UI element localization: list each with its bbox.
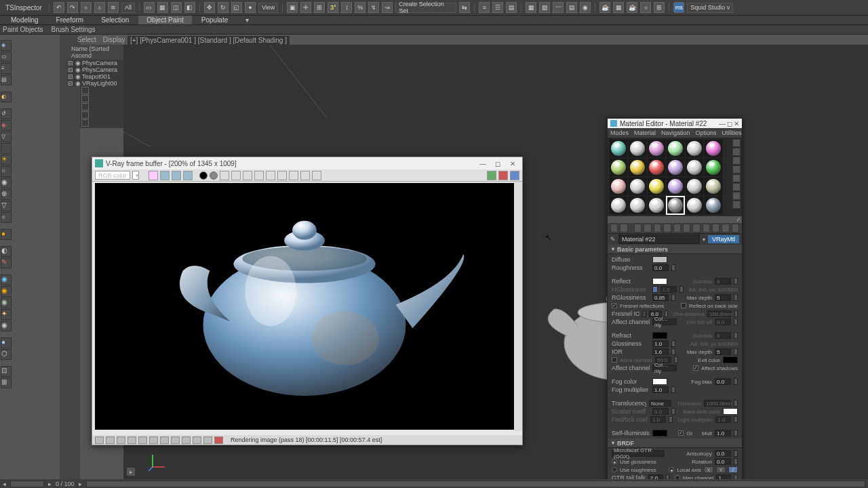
spinner-icon[interactable] xyxy=(734,294,738,301)
move-icon[interactable]: ✥ xyxy=(204,2,215,13)
axis-center-icon[interactable]: ✛ xyxy=(300,2,311,13)
tool-icon[interactable]: ◉ xyxy=(1,286,12,297)
vfb-link-icon[interactable] xyxy=(300,171,310,180)
select-icon[interactable]: ▭ xyxy=(144,2,155,13)
tool-icon[interactable]: ⟐ xyxy=(1,212,12,223)
spinner-icon[interactable] xyxy=(734,319,738,325)
vfb-clear-icon[interactable] xyxy=(243,171,252,180)
vfb-cc-icon[interactable] xyxy=(312,171,321,180)
layer-icon[interactable]: ▦ xyxy=(526,2,536,13)
spinner-icon[interactable] xyxy=(671,408,675,415)
spinner-icon[interactable] xyxy=(679,286,684,293)
tool-icon[interactable]: ↺ xyxy=(1,108,12,119)
tool-icon[interactable]: ✦ xyxy=(1,309,12,320)
material-swatch[interactable] xyxy=(704,177,723,196)
affect-shadows-checkbox[interactable]: ✓ xyxy=(693,365,698,371)
spinner-icon[interactable] xyxy=(671,340,675,347)
tool-icon[interactable]: ◈ xyxy=(1,40,12,51)
me-nav-icon[interactable] xyxy=(712,224,719,232)
vfb-mono-icon[interactable] xyxy=(199,171,208,180)
spinner-icon[interactable] xyxy=(734,450,738,457)
gloss-field[interactable]: 1.0 xyxy=(652,340,669,347)
mirror-icon[interactable]: ⇆ xyxy=(459,2,470,13)
spinner-icon[interactable] xyxy=(671,348,675,355)
me-get-mat-icon[interactable] xyxy=(610,224,618,232)
spinner-icon[interactable] xyxy=(671,386,675,393)
align-icon[interactable]: ≡ xyxy=(479,2,490,13)
minimize-icon[interactable]: — xyxy=(719,120,726,127)
material-swatch[interactable] xyxy=(685,177,704,196)
material-swatch[interactable] xyxy=(666,139,685,158)
tab-populate[interactable]: Populate xyxy=(193,16,236,24)
vfb-status-icon[interactable] xyxy=(193,436,201,444)
spinner-icon[interactable] xyxy=(734,332,738,339)
me-side-3x2-icon[interactable] xyxy=(732,201,741,209)
named-selection-dropdown[interactable]: Create Selection Set xyxy=(395,3,456,13)
tool-icon[interactable]: ≡ xyxy=(1,63,12,74)
vfb-g-icon[interactable] xyxy=(172,171,181,180)
render3-icon[interactable]: ⊞ xyxy=(654,2,665,13)
maximize-icon[interactable]: ◻ xyxy=(491,159,505,168)
material-swatch[interactable] xyxy=(704,139,723,158)
viewport-expand-icon[interactable]: ▸ xyxy=(126,467,136,476)
lock-icon[interactable] xyxy=(652,286,658,293)
material-swatch[interactable] xyxy=(704,196,723,215)
vfb-status-icon[interactable] xyxy=(127,436,136,444)
undo-icon[interactable]: ↶ xyxy=(54,2,64,13)
backcol-swatch[interactable] xyxy=(723,408,738,415)
me-dropper-icon[interactable]: ✎ xyxy=(610,236,616,243)
schematic-icon[interactable]: ▤ xyxy=(566,2,577,13)
me-menu-material[interactable]: Material xyxy=(634,129,656,136)
select-crossing-icon[interactable]: ◧ xyxy=(184,2,195,13)
unlink-icon[interactable]: ⟑ xyxy=(94,2,105,13)
localaxis-radio[interactable]: ● xyxy=(669,467,674,472)
tool-icon[interactable]: ◉ xyxy=(1,120,12,131)
spinner-icon[interactable] xyxy=(734,378,738,385)
tool-icon[interactable]: ◉ xyxy=(1,321,12,331)
edit-snap-icon[interactable]: ↯ xyxy=(368,2,379,13)
fogmult-field[interactable]: 1.0 xyxy=(652,386,669,393)
vfb-region-icon[interactable] xyxy=(277,171,287,180)
render-frame-icon[interactable]: ▦ xyxy=(613,2,624,13)
spinner-icon[interactable] xyxy=(671,264,675,271)
me-matid-icon[interactable] xyxy=(683,224,690,232)
spinner-icon[interactable] xyxy=(734,430,738,436)
material-swatch[interactable] xyxy=(666,158,685,177)
edit-snap2-icon[interactable]: ↝ xyxy=(382,2,393,13)
graph-icon[interactable]: ▨ xyxy=(539,2,550,13)
affectch-dropdown[interactable]: Col…nly xyxy=(652,319,677,325)
tool-icon[interactable]: ⊕ xyxy=(1,189,12,200)
close-icon[interactable]: ✕ xyxy=(734,120,739,127)
list-item[interactable]: ⊟ ◉ VRayLight00 xyxy=(68,80,123,87)
viewport-label[interactable]: [+] [PhysCamera001 ] [Standard ] [Defaul… xyxy=(127,36,290,45)
vfb-status-icon[interactable] xyxy=(160,436,169,444)
material-swatch[interactable] xyxy=(609,139,628,158)
tool-icon[interactable]: ✎ xyxy=(1,258,12,268)
vfb-status-stop-icon[interactable] xyxy=(214,436,223,444)
tool-icon[interactable]: ● xyxy=(1,229,12,240)
me-side-make-icon[interactable] xyxy=(732,192,741,200)
tool-icon[interactable]: ◉ xyxy=(1,178,12,188)
spinner-icon[interactable] xyxy=(734,348,738,355)
material-swatch[interactable] xyxy=(666,177,685,196)
me-make-copy-icon[interactable] xyxy=(654,224,661,232)
me-menu-options[interactable]: Options xyxy=(696,129,717,136)
spinner-icon[interactable] xyxy=(734,310,738,317)
material-swatch[interactable] xyxy=(609,177,628,196)
material-swatch[interactable] xyxy=(666,196,685,215)
minimize-icon[interactable]: — xyxy=(476,159,490,168)
rotate-icon[interactable]: ↻ xyxy=(218,2,229,13)
vfb-status-icon[interactable] xyxy=(182,436,191,444)
select-window-icon[interactable]: ◫ xyxy=(171,2,182,13)
vfb-status-icon[interactable] xyxy=(117,436,125,444)
tool-icon[interactable]: ▭ xyxy=(1,52,12,62)
studio-dropdown[interactable]: Squid Studio v xyxy=(687,3,733,13)
render-rb-icon[interactable]: RB xyxy=(673,2,684,13)
spinner-snap-icon[interactable]: % xyxy=(355,2,366,13)
mult-field[interactable]: 1.0 xyxy=(715,430,731,436)
vfb-titlebar[interactable]: V-Ray frame buffer - [200% of 1345 x 100… xyxy=(92,157,522,169)
ribbon-collapse-icon[interactable]: ▾ xyxy=(245,16,249,24)
material-swatch[interactable] xyxy=(647,177,666,196)
me-side-select-icon[interactable] xyxy=(732,174,741,182)
tool-icon[interactable]: ◐ xyxy=(1,246,12,257)
